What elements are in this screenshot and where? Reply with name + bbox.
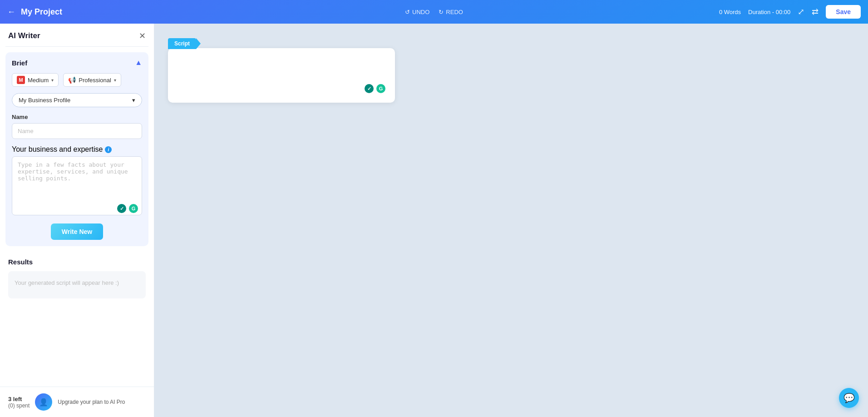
undo-icon: ↺	[405, 9, 410, 15]
professional-label: Professional	[79, 77, 111, 84]
svg-text:G: G	[379, 86, 383, 91]
script-tag: Script	[168, 38, 196, 49]
project-title: My Project	[21, 7, 714, 17]
medium-chevron-icon: ▾	[51, 78, 54, 83]
professional-chevron-icon: ▾	[114, 78, 116, 83]
professional-option-button[interactable]: 📢 Professional ▾	[63, 73, 121, 87]
profile-dropdown-label: My Business Profile	[19, 97, 70, 104]
profile-dropdown-chevron-icon: ▾	[132, 97, 135, 104]
brief-options-row: M Medium ▾ 📢 Professional ▾	[12, 73, 142, 87]
chat-icon: 💬	[843, 392, 855, 403]
redo-button[interactable]: ↻ REDO	[439, 9, 463, 15]
brief-toggle-button[interactable]: ▲	[135, 59, 142, 67]
header-right: 0 Words Duration - 00:00 ⤢ ⇄ Save	[719, 5, 861, 19]
svg-text:✓: ✓	[367, 86, 371, 91]
upgrade-bar: 3 left (0) spent 👤 Upgrade your plan to …	[0, 387, 154, 417]
medium-icon: M	[17, 76, 25, 84]
results-title: Results	[8, 258, 146, 266]
script-tag-label: Script	[174, 40, 190, 47]
expertise-textarea-wrapper: ✓ G	[12, 156, 142, 217]
back-button[interactable]: ←	[7, 7, 15, 17]
avatar: 👤	[35, 393, 52, 411]
script-spellcheck-icon: ✓	[364, 84, 374, 94]
profile-dropdown[interactable]: My Business Profile ▾	[12, 93, 142, 107]
write-new-button[interactable]: Write New	[51, 223, 103, 240]
brief-section: Brief ▲ M Medium ▾ 📢 Professional ▾ My B…	[5, 52, 148, 246]
script-grammarly-icon: G	[376, 84, 386, 94]
script-card: ✓ G	[168, 48, 395, 103]
sidebar-header: AI Writer ✕	[0, 24, 154, 46]
spent-label: (0) spent	[8, 402, 30, 409]
left-count: 3 left	[8, 396, 30, 402]
medium-option-button[interactable]: M Medium ▾	[12, 73, 59, 87]
results-section: Results Your generated script will appea…	[0, 252, 154, 305]
sidebar-divider	[5, 46, 148, 47]
brief-title: Brief	[12, 59, 27, 67]
textarea-icons: ✓ G	[117, 204, 138, 213]
info-icon: i	[105, 146, 112, 153]
script-card-icons: ✓ G	[364, 84, 386, 94]
close-sidebar-button[interactable]: ✕	[139, 31, 146, 41]
content-area: Script ✓ G	[154, 24, 868, 417]
upgrade-text: Upgrade your plan to AI Pro	[58, 399, 125, 405]
medium-label: Medium	[28, 77, 49, 84]
brief-header: Brief ▲	[12, 59, 142, 67]
undo-button[interactable]: ↺ UNDO	[405, 9, 429, 15]
share-icon-button[interactable]: ⇄	[812, 7, 819, 17]
grammarly-icon: G	[128, 204, 138, 213]
svg-text:✓: ✓	[120, 206, 124, 211]
chat-bubble-button[interactable]: 💬	[839, 388, 859, 408]
results-placeholder: Your generated script will appear here :…	[8, 271, 146, 298]
duration: Duration - 00:00	[748, 9, 790, 15]
redo-icon: ↻	[439, 9, 444, 15]
expertise-label-row: Your business and expertise i	[12, 145, 142, 154]
spellcheck-icon: ✓	[117, 204, 127, 213]
sidebar-title: AI Writer	[8, 31, 40, 40]
expand-icon-button[interactable]: ⤢	[798, 7, 804, 17]
left-count-section: 3 left (0) spent	[8, 396, 30, 409]
svg-text:G: G	[132, 206, 136, 211]
expertise-field-label: Your business and expertise	[12, 145, 103, 154]
main-layout: AI Writer ✕ Brief ▲ M Medium ▾ 📢 Profess…	[0, 24, 868, 417]
header: ← My Project ↺ UNDO ↻ REDO 0 Words Durat…	[0, 0, 868, 24]
name-input[interactable]	[12, 123, 142, 139]
save-button[interactable]: Save	[826, 5, 861, 19]
professional-icon: 📢	[68, 76, 76, 84]
word-count: 0 Words	[719, 9, 741, 15]
back-icon: ←	[7, 7, 15, 17]
name-field-label: Name	[12, 114, 142, 120]
sidebar: AI Writer ✕ Brief ▲ M Medium ▾ 📢 Profess…	[0, 24, 154, 417]
header-center-controls: ↺ UNDO ↻ REDO	[405, 9, 463, 15]
script-container: Script ✓ G	[168, 37, 854, 103]
